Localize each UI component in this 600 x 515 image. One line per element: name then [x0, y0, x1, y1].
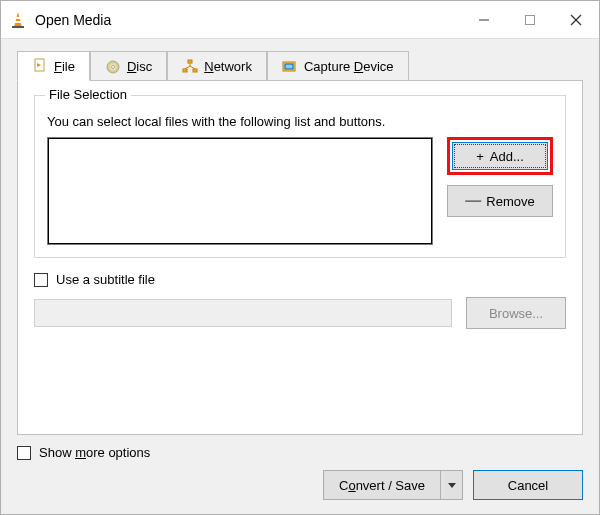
client-area: File Disc Network Capture Device — [1, 39, 599, 514]
subtitle-label: Use a subtitle file — [56, 272, 155, 287]
file-list[interactable] — [47, 137, 433, 245]
close-button[interactable] — [553, 1, 599, 39]
svg-marker-0 — [14, 12, 22, 27]
cancel-button[interactable]: Cancel — [473, 470, 583, 500]
minus-icon: — — [465, 192, 480, 210]
chevron-down-icon[interactable] — [441, 470, 463, 500]
tab-network[interactable]: Network — [167, 51, 267, 81]
remove-button[interactable]: — Remove — [447, 185, 553, 217]
capture-icon — [282, 59, 298, 75]
more-options-checkbox[interactable] — [17, 446, 31, 460]
svg-rect-5 — [526, 15, 535, 24]
group-title: File Selection — [45, 87, 131, 102]
file-selection-group: File Selection You can select local file… — [34, 95, 566, 258]
subtitle-section: Use a subtitle file Browse... — [34, 272, 566, 329]
subtitle-path-input — [34, 299, 452, 327]
file-selection-help: You can select local files with the foll… — [47, 114, 553, 129]
more-options-label: Show more options — [39, 445, 150, 460]
tab-disc[interactable]: Disc — [90, 51, 167, 81]
svg-rect-1 — [16, 17, 21, 19]
titlebar: Open Media — [1, 1, 599, 39]
svg-marker-20 — [448, 483, 456, 488]
disc-icon — [105, 59, 121, 75]
add-button[interactable]: + Add... — [452, 142, 548, 170]
add-highlight: + Add... — [447, 137, 553, 175]
svg-rect-19 — [285, 64, 293, 69]
svg-rect-2 — [15, 21, 21, 23]
svg-rect-12 — [188, 60, 192, 63]
maximize-button[interactable] — [507, 1, 553, 39]
tab-capture-device[interactable]: Capture Device — [267, 51, 409, 81]
svg-rect-3 — [12, 26, 24, 28]
browse-button: Browse... — [466, 297, 566, 329]
convert-save-button[interactable]: Convert / Save — [323, 470, 463, 500]
tab-panel-file: File Selection You can select local file… — [17, 80, 583, 435]
bottom-bar: Show more options Convert / Save Cancel — [17, 435, 583, 506]
tab-file[interactable]: File — [17, 51, 90, 81]
network-icon — [182, 59, 198, 75]
tab-strip: File Disc Network Capture Device — [17, 51, 583, 81]
plus-icon: + — [476, 149, 484, 164]
svg-rect-13 — [183, 69, 187, 72]
file-icon — [32, 58, 48, 74]
svg-rect-14 — [193, 69, 197, 72]
subtitle-checkbox[interactable] — [34, 273, 48, 287]
svg-point-11 — [111, 65, 114, 68]
window-title: Open Media — [35, 12, 111, 28]
minimize-button[interactable] — [461, 1, 507, 39]
vlc-icon — [9, 11, 27, 29]
open-media-window: Open Media File Disc — [0, 0, 600, 515]
